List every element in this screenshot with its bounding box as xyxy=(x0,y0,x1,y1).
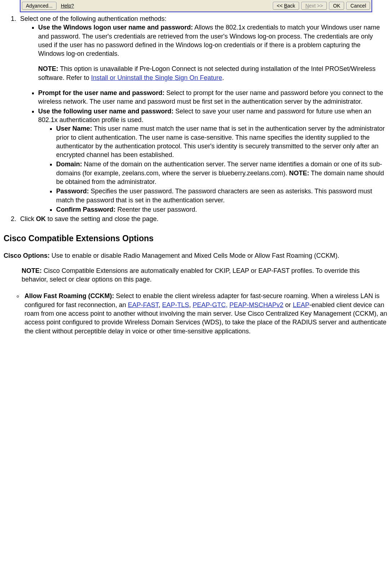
next-button[interactable]: Next >> xyxy=(301,2,327,10)
cisco-options-list: Allow Fast Roaming (CCKM): Select to ena… xyxy=(0,292,388,335)
field-domain: Domain: Name of the domain on the authen… xyxy=(56,160,388,186)
confirm-title: Confirm Password: xyxy=(56,206,116,213)
step2-pre: Click xyxy=(20,215,36,222)
step-1: Select one of the following authenticati… xyxy=(18,14,388,214)
opt1-note: NOTE: This option is unavailable if Pre-… xyxy=(38,64,388,82)
cancel-button[interactable]: Cancel xyxy=(346,2,370,10)
password-text: Specifies the user password. The passwor… xyxy=(56,188,372,203)
domain-note-label: NOTE: xyxy=(289,170,309,177)
install-sso-link[interactable]: Install or Uninstall the Single Sign On … xyxy=(91,74,222,81)
auth-method-prompt: Prompt for the user name and password: S… xyxy=(38,89,388,106)
cisco-note-label: NOTE: xyxy=(22,267,42,274)
field-password: Password: Specifies the user password. T… xyxy=(56,187,388,204)
ok-button[interactable]: OK xyxy=(329,2,344,10)
cisco-note-text: Cisco Compatible Extensions are automati… xyxy=(22,267,360,283)
auth-method-following: Use the following user name and password… xyxy=(38,107,388,214)
cckm-title: Allow Fast Roaming (CCKM): xyxy=(24,292,114,300)
password-title: Password: xyxy=(56,188,89,195)
credentials-list: User Name: This user name must match the… xyxy=(38,124,388,214)
back-button[interactable]: << Back xyxy=(273,2,299,10)
field-confirm-password: Confirm Password: Reenter the user passw… xyxy=(56,205,388,214)
cisco-heading: Cisco Compatible Extensions Options xyxy=(4,233,392,244)
help-link[interactable]: Help? xyxy=(59,3,76,9)
cisco-options-title: Cisco Options: xyxy=(4,252,50,259)
opt1-title: Use the Windows logon user name and pass… xyxy=(38,24,193,31)
leap-link[interactable]: LEAP xyxy=(293,301,309,309)
eap-fast-link[interactable]: EAP-FAST xyxy=(128,301,158,309)
peap-mschapv2-link[interactable]: PEAP-MSCHAPv2 xyxy=(229,301,283,309)
confirm-text: Reenter the user password. xyxy=(116,206,197,213)
step-2: Click OK to save the setting and close t… xyxy=(18,215,388,223)
step1-intro: Select one of the following authenticati… xyxy=(20,15,166,22)
dialog-toolbar: Advanced... Help? << Back Next >> OK Can… xyxy=(20,0,372,12)
peap-gtc-link[interactable]: PEAP-GTC, xyxy=(193,301,227,309)
cisco-options-text: Use to enable or disable Radio Managemen… xyxy=(50,252,339,259)
domain-title: Domain: xyxy=(56,161,82,168)
note-label: NOTE: xyxy=(38,65,58,72)
opt2-title: Prompt for the user name and password: xyxy=(38,89,165,96)
eap-tls-link[interactable]: EAP-TLS xyxy=(162,301,189,309)
sep4: or xyxy=(283,301,293,309)
note-text-post: . xyxy=(222,74,224,81)
username-title: User Name: xyxy=(56,125,92,132)
option-cckm: Allow Fast Roaming (CCKM): Select to ena… xyxy=(23,292,388,335)
sep2: , xyxy=(189,301,193,309)
auth-method-windows-logon: Use the Windows logon user name and pass… xyxy=(38,23,388,82)
sep1: , xyxy=(158,301,162,309)
username-text: This user name must match the user name … xyxy=(56,125,385,158)
opt3-title: Use the following user name and password… xyxy=(38,108,174,115)
field-username: User Name: This user name must match the… xyxy=(56,124,388,159)
cisco-options-para: Cisco Options: Use to enable or disable … xyxy=(4,251,388,260)
cisco-note: NOTE: Cisco Compatible Extensions are au… xyxy=(22,266,370,284)
step2-post: to save the setting and close the page. xyxy=(46,215,158,222)
step2-ok: OK xyxy=(36,215,46,222)
auth-methods-list: Use the Windows logon user name and pass… xyxy=(20,23,388,214)
steps-list: Select one of the following authenticati… xyxy=(4,14,388,224)
advanced-button[interactable]: Advanced... xyxy=(22,2,57,10)
